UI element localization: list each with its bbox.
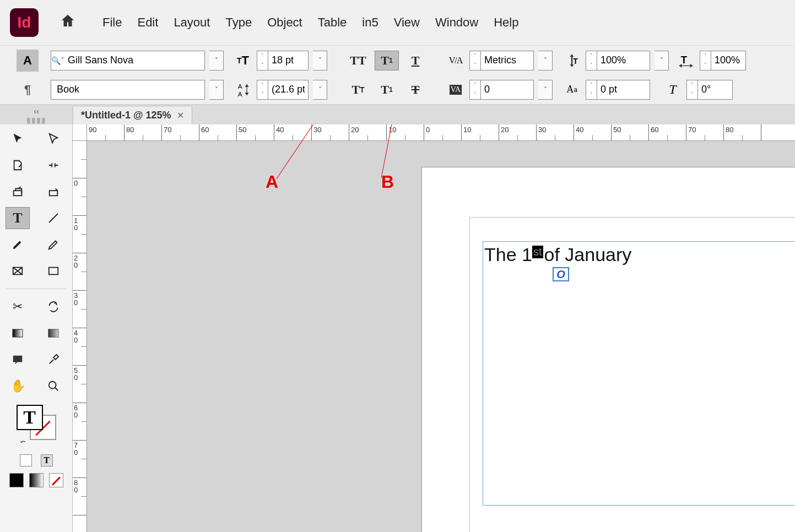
apply-color-icon[interactable]	[9, 473, 24, 487]
canvas-area[interactable]: 90807060504030201001020304050607080 0102…	[73, 124, 795, 532]
character-mode-button[interactable]: A	[17, 50, 39, 72]
apply-none-icon[interactable]	[49, 473, 63, 487]
ruler-tick: 90	[87, 124, 125, 140]
line-tool[interactable]	[41, 207, 66, 229]
menu-in5[interactable]: in5	[362, 15, 378, 30]
vscale-input[interactable]	[597, 51, 650, 70]
allcaps-button[interactable]: TT	[346, 51, 370, 70]
pencil-tool[interactable]	[41, 234, 66, 256]
hscale-input[interactable]	[711, 51, 745, 70]
ruler-tick: 80	[125, 124, 162, 140]
smallcaps-button[interactable]: TT	[346, 80, 370, 100]
tracking-dropdown[interactable]: ˅	[538, 80, 553, 100]
svg-text:A: A	[238, 82, 242, 89]
underline-button[interactable]: T	[403, 51, 428, 70]
skew-input[interactable]	[698, 80, 732, 99]
content-collector-tool[interactable]	[6, 181, 30, 203]
font-size-input[interactable]	[268, 51, 308, 70]
baseline-input[interactable]	[597, 80, 650, 99]
eyedropper-tool[interactable]	[41, 349, 66, 371]
gap-tool[interactable]	[41, 154, 66, 176]
document-tab-title: *Untitled-1 @ 125%	[81, 110, 171, 121]
menu-object[interactable]: Object	[267, 15, 302, 30]
tracking-field[interactable]: ˄˅	[469, 80, 534, 100]
story-text[interactable]: The 1st of January	[483, 242, 795, 268]
tracking-input[interactable]	[481, 80, 533, 99]
container-format-icon[interactable]	[20, 454, 32, 466]
menu-window[interactable]: Window	[435, 15, 478, 30]
ruler-tick	[73, 141, 86, 178]
skew-icon: T	[663, 82, 682, 97]
ruler-tick: 10	[73, 216, 86, 253]
leading-input[interactable]	[268, 80, 308, 99]
horizontal-ruler[interactable]: 90807060504030201001020304050607080	[87, 124, 795, 141]
menu-type[interactable]: Type	[225, 15, 252, 30]
document-page: The 1st of January O	[422, 167, 795, 532]
kerning-dropdown[interactable]: ˅	[538, 51, 553, 70]
strikethrough-button[interactable]: T	[403, 80, 428, 100]
subscript-button[interactable]: T1	[375, 80, 399, 100]
fill-swatch[interactable]: T	[17, 405, 43, 430]
kerning-input[interactable]	[481, 51, 533, 70]
ruler-tick: 50	[612, 124, 649, 140]
font-family-input[interactable]	[64, 51, 204, 70]
text-frame[interactable]: The 1st of January O	[483, 241, 795, 506]
paragraph-mode-button[interactable]: ¶	[17, 79, 39, 101]
baseline-field[interactable]: ˄˅	[586, 80, 650, 100]
gradient-feather-tool[interactable]	[41, 322, 66, 344]
ruler-tick: 10	[387, 124, 424, 140]
hand-tool[interactable]: ✋	[6, 375, 30, 397]
down-arrow-icon[interactable]: ˅	[257, 61, 268, 70]
up-arrow-icon[interactable]: ˄	[257, 51, 268, 61]
swap-fill-stroke-icon[interactable]: ⤺	[20, 438, 26, 446]
font-style-field[interactable]	[51, 80, 205, 100]
skew-field[interactable]: ˄˅	[686, 80, 733, 100]
ruler-tick: 20	[73, 253, 86, 291]
menu-help[interactable]: Help	[494, 15, 518, 30]
font-style-dropdown[interactable]: ˅	[209, 80, 224, 100]
rectangle-frame-tool[interactable]	[6, 260, 30, 282]
font-style-input[interactable]	[51, 80, 204, 99]
page-tool[interactable]	[6, 154, 30, 176]
direct-selection-tool[interactable]	[41, 128, 66, 150]
vscale-field[interactable]: ˄˅	[586, 51, 650, 70]
panel-collapse-icon[interactable]: ‹‹▮▮▮▮	[0, 107, 73, 124]
vscale-dropdown[interactable]: ˅	[655, 51, 669, 70]
menu-file[interactable]: File	[102, 15, 122, 30]
font-size-dropdown[interactable]: ˅	[313, 51, 327, 70]
superscript-button[interactable]: T1	[375, 51, 399, 70]
note-tool[interactable]	[6, 349, 30, 371]
text-format-icon[interactable]: T	[41, 454, 53, 466]
menu-view[interactable]: View	[394, 15, 420, 30]
hscale-field[interactable]: ˄˅	[700, 51, 746, 70]
document-tab[interactable]: *Untitled-1 @ 125% ✕	[73, 106, 192, 124]
menu-layout[interactable]: Layout	[174, 15, 210, 30]
font-size-field[interactable]: ˄˅	[257, 51, 309, 70]
ruler-tick: 70	[686, 124, 724, 140]
leading-dropdown[interactable]: ˅	[313, 80, 327, 100]
type-tool[interactable]: T	[6, 207, 30, 229]
rectangle-tool[interactable]	[41, 260, 66, 282]
ruler-origin[interactable]	[73, 124, 87, 141]
home-icon[interactable]	[60, 13, 76, 33]
gradient-swatch-tool[interactable]	[6, 322, 30, 344]
apply-gradient-icon[interactable]	[29, 473, 44, 487]
font-family-field[interactable]: 🔍​˅	[51, 51, 205, 70]
menu-edit[interactable]: Edit	[137, 15, 158, 30]
kerning-field[interactable]: ˄˅	[469, 51, 534, 70]
text-run-superscript: st	[532, 246, 543, 258]
ruler-tick: 30	[73, 291, 86, 328]
content-placer-tool[interactable]	[41, 181, 66, 203]
font-family-dropdown[interactable]: ˅	[209, 51, 224, 70]
menu-table[interactable]: Table	[318, 15, 347, 30]
overset-indicator[interactable]: O	[553, 267, 569, 281]
leading-field[interactable]: ˄˅	[257, 80, 309, 100]
free-transform-tool[interactable]	[41, 296, 66, 318]
selection-tool[interactable]	[6, 128, 30, 150]
close-icon[interactable]: ✕	[177, 110, 184, 121]
pen-tool[interactable]	[6, 234, 30, 256]
scissors-tool[interactable]: ✂	[6, 296, 30, 318]
vertical-ruler[interactable]: 01020304050607080	[73, 141, 87, 532]
zoom-tool[interactable]	[41, 375, 66, 397]
svg-point-15	[48, 382, 56, 389]
